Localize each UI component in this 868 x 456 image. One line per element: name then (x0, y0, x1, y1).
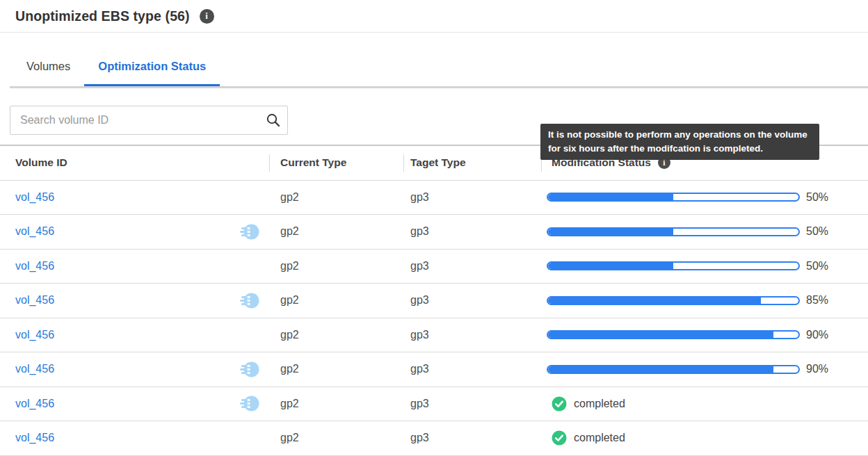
tab-bar-divider (10, 86, 868, 88)
tab-bar: Volumes Optimization Status (13, 60, 220, 86)
fast-modification-icon (239, 395, 259, 412)
table-body: vol_456 gp2 gp3 50% (0, 181, 868, 456)
current-type-value: gp2 (280, 363, 299, 375)
target-type-value: gp3 (410, 398, 429, 409)
volume-id-link[interactable]: vol_456 (15, 398, 54, 410)
progress-bar (547, 296, 800, 305)
fast-modification-icon (239, 292, 259, 309)
progress-percent-label: 50% (806, 191, 828, 204)
search-box (10, 106, 288, 135)
progress-bar (547, 261, 800, 270)
table-row: vol_456 gp2 gp3 85% (0, 284, 868, 318)
progress-percent-label: 85% (806, 294, 828, 307)
volume-id-link[interactable]: vol_456 (15, 329, 54, 341)
progress-bar (547, 330, 800, 339)
column-header-volume-id: Volume ID (0, 146, 269, 180)
page-title: Unoptimized EBS type (56) (15, 8, 190, 24)
table-row: vol_456 gp2 gp3 50% (0, 181, 868, 215)
completed-status: completed (547, 396, 625, 412)
table-row: vol_456 gp2 gp3 50% (0, 250, 868, 284)
page-header: Unoptimized EBS type (56) i (0, 0, 868, 33)
table-row: vol_456 gp2 gp3 (0, 387, 868, 422)
volume-id-link[interactable]: vol_456 (15, 225, 54, 238)
current-type-value: gp2 (280, 191, 299, 203)
progress-percent-label: 50% (806, 260, 828, 272)
current-type-value: gp2 (280, 329, 299, 341)
target-type-value: gp3 (410, 363, 429, 375)
volume-id-link[interactable]: vol_456 (15, 432, 54, 444)
title-info-icon[interactable]: i (200, 9, 214, 24)
search-input[interactable] (10, 114, 259, 127)
table-row: vol_456 gp2 gp3 50% (0, 215, 868, 250)
volume-id-link[interactable]: vol_456 (15, 363, 54, 375)
tab-optimization-status[interactable]: Optimization Status (84, 60, 220, 86)
progress-bar (547, 365, 800, 374)
volume-id-link[interactable]: vol_456 (15, 294, 54, 307)
progress-percent-label: 90% (806, 363, 828, 375)
tooltip: It is not possible to perform any operat… (540, 124, 819, 160)
current-type-value: gp2 (280, 260, 299, 272)
volumes-table: Volume ID Current Type Taget Type Modifi… (0, 145, 868, 456)
current-type-value: gp2 (280, 294, 299, 306)
current-type-value: gp2 (280, 398, 299, 409)
table-row: vol_456 gp2 gp3 90% (0, 318, 868, 353)
target-type-value: gp3 (410, 260, 429, 272)
volume-id-link[interactable]: vol_456 (15, 260, 54, 272)
target-type-value: gp3 (410, 191, 429, 203)
completed-check-icon (552, 396, 567, 412)
fast-modification-icon (239, 361, 259, 378)
page: Unoptimized EBS type (56) i Volumes Opti… (0, 0, 868, 456)
current-type-value: gp2 (280, 225, 299, 237)
completed-check-icon (552, 430, 567, 446)
target-type-value: gp3 (410, 225, 429, 237)
search-icon[interactable] (259, 106, 287, 134)
target-type-value: gp3 (410, 329, 429, 341)
progress-percent-label: 50% (806, 225, 828, 238)
progress-bar (547, 227, 800, 236)
column-header-target-type: Taget Type (403, 146, 541, 180)
table-row: vol_456 gp2 gp3 90% (0, 352, 868, 387)
progress-percent-label: 90% (806, 329, 828, 341)
target-type-value: gp3 (410, 294, 429, 306)
completed-label: completed (574, 398, 625, 410)
column-header-current-type: Current Type (269, 146, 403, 180)
completed-label: completed (574, 432, 625, 444)
volume-id-link[interactable]: vol_456 (15, 191, 54, 204)
tab-volumes[interactable]: Volumes (13, 60, 84, 86)
table-row: vol_456 gp2 gp3 (0, 421, 868, 456)
completed-status: completed (547, 430, 625, 446)
target-type-value: gp3 (410, 432, 429, 443)
progress-bar (547, 193, 800, 202)
current-type-value: gp2 (280, 432, 299, 443)
fast-modification-icon (239, 223, 259, 241)
